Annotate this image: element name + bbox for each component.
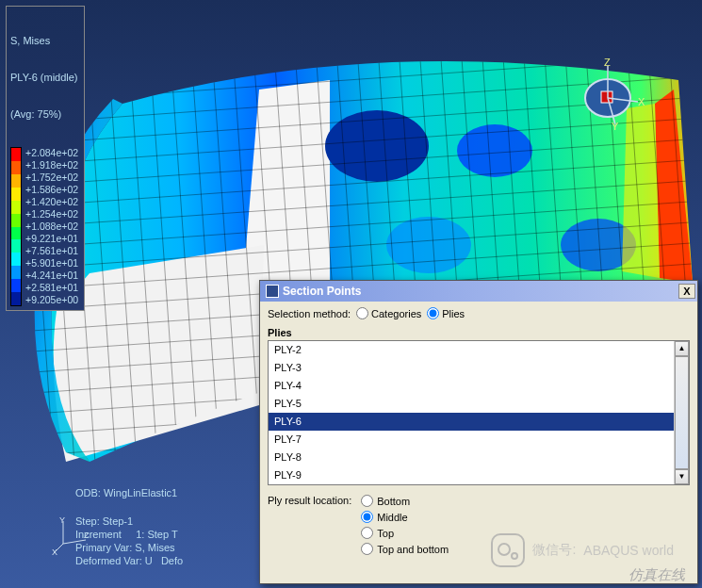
colorbar bbox=[10, 147, 22, 306]
legend-title: S, Mises bbox=[10, 35, 78, 47]
svg-text:X: X bbox=[52, 547, 57, 555]
list-item[interactable]: PLY-5 bbox=[269, 395, 674, 413]
dialog-icon bbox=[266, 285, 279, 298]
svg-text:Y: Y bbox=[59, 517, 65, 525]
dialog-titlebar[interactable]: Section Points X bbox=[260, 281, 697, 302]
scroll-thumb[interactable] bbox=[675, 356, 689, 469]
footer-logo: 仿真在线 bbox=[629, 566, 685, 584]
color-legend: S, Mises PLY-6 (middle) (Avg: 75%) +2.08… bbox=[6, 6, 85, 311]
axis-y-label: Y bbox=[612, 121, 619, 132]
scroll-down-button[interactable]: ▼ bbox=[675, 469, 689, 484]
ply-location-options: BottomMiddleTopTop and bottom bbox=[361, 495, 449, 555]
radio-middle[interactable]: Middle bbox=[361, 511, 449, 523]
scroll-up-button[interactable]: ▲ bbox=[675, 341, 689, 356]
list-item[interactable]: PLY-6 bbox=[269, 413, 674, 431]
radio-categories[interactable]: Categories bbox=[356, 307, 421, 319]
wechat-watermark: 微信号: ABAQUS world bbox=[491, 533, 674, 567]
radio-top-and-bottom[interactable]: Top and bottom bbox=[361, 543, 449, 555]
svg-rect-5 bbox=[601, 91, 612, 103]
list-item[interactable]: PLY-2 bbox=[269, 341, 674, 359]
plies-group-label: Plies bbox=[268, 327, 690, 338]
close-button[interactable]: X bbox=[678, 284, 695, 299]
dialog-title: Section Points bbox=[283, 285, 361, 298]
legend-avg: (Avg: 75%) bbox=[10, 108, 78, 121]
list-item[interactable]: PLY-9 bbox=[269, 466, 674, 484]
odb-label: ODB: WingLinElastic1 bbox=[75, 487, 177, 498]
legend-values: +2.084e+02 +1.918e+02 +1.752e+02 +1.586e… bbox=[22, 147, 78, 306]
radio-bottom[interactable]: Bottom bbox=[361, 495, 449, 507]
list-item[interactable]: PLY-3 bbox=[269, 359, 674, 377]
legend-subtitle: PLY-6 (middle) bbox=[10, 72, 78, 84]
plies-listbox[interactable]: PLY-2PLY-3PLY-4PLY-5PLY-6PLY-7PLY-8PLY-9 bbox=[269, 341, 674, 484]
axis-x-label: X bbox=[638, 96, 645, 107]
ply-location-label: Ply result location: bbox=[268, 495, 351, 506]
status-block: Step: Step-1 Increment 1: Step T Primary… bbox=[75, 514, 183, 567]
list-item[interactable]: PLY-8 bbox=[269, 449, 674, 466]
selection-method-row: Selection method: Categories Plies bbox=[268, 307, 690, 319]
view-triad[interactable]: Z X Y bbox=[570, 57, 645, 132]
list-item[interactable]: PLY-7 bbox=[269, 431, 674, 449]
selection-method-label: Selection method: bbox=[268, 308, 351, 319]
listbox-scrollbar[interactable]: ▲ ▼ bbox=[674, 341, 689, 484]
list-item[interactable]: PLY-4 bbox=[269, 377, 674, 395]
radio-top[interactable]: Top bbox=[361, 527, 449, 539]
radio-plies[interactable]: Plies bbox=[427, 307, 465, 319]
axis-z-label: Z bbox=[604, 57, 611, 68]
wechat-icon bbox=[491, 533, 525, 567]
